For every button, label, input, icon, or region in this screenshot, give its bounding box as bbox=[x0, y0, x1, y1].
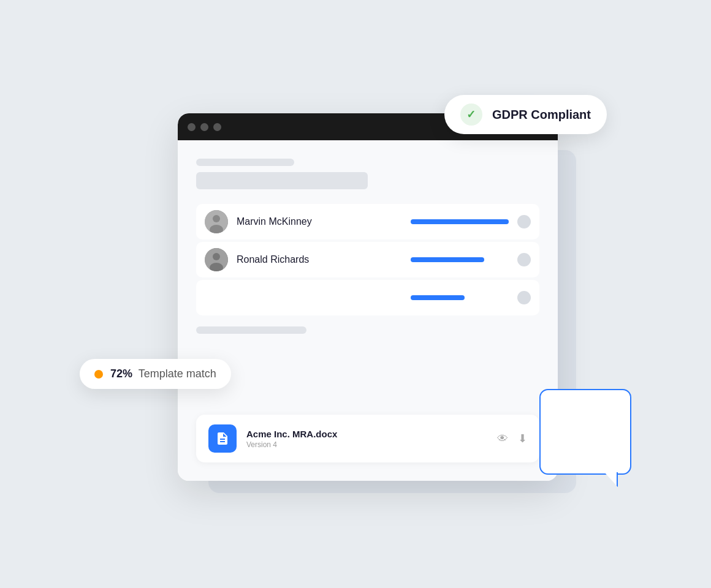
window-dot-2 bbox=[200, 123, 208, 131]
window-dot-1 bbox=[188, 123, 196, 131]
file-info: Acme Inc. MRA.docx Version 4 bbox=[246, 429, 487, 449]
progress-bar-marvin bbox=[411, 219, 509, 224]
bar-only-row bbox=[196, 280, 539, 315]
template-match-text: 72% Template match bbox=[110, 368, 216, 380]
gdpr-check-icon: ✓ bbox=[460, 104, 482, 126]
person-row-marvin: Marvin McKinney bbox=[196, 204, 539, 239]
browser-content: Marvin McKinney Ronald bbox=[178, 140, 558, 481]
skeleton-title-bar bbox=[196, 159, 294, 166]
file-icon bbox=[208, 424, 237, 453]
people-list: Marvin McKinney Ronald bbox=[196, 204, 539, 318]
svg-point-1 bbox=[213, 215, 220, 222]
person-name-ronald: Ronald Richards bbox=[237, 254, 402, 265]
gdpr-label: GDPR Compliant bbox=[492, 108, 591, 122]
template-dot-icon bbox=[94, 370, 103, 379]
progress-bar-ronald bbox=[411, 257, 484, 262]
row-dot-third bbox=[517, 291, 531, 304]
skeleton-bottom-bar bbox=[196, 326, 306, 334]
skeleton-subtitle-bar bbox=[196, 172, 368, 189]
view-icon[interactable]: 👁 bbox=[497, 432, 508, 445]
person-name-marvin: Marvin McKinney bbox=[237, 216, 402, 227]
download-icon[interactable]: ⬇ bbox=[518, 432, 527, 445]
browser-window: Marvin McKinney Ronald bbox=[178, 113, 558, 481]
svg-point-4 bbox=[213, 253, 220, 260]
chat-bubble bbox=[539, 389, 631, 475]
progress-bar-third bbox=[411, 295, 465, 300]
row-dot-marvin bbox=[517, 215, 531, 228]
avatar-ronald bbox=[205, 248, 228, 271]
progress-third bbox=[411, 295, 509, 300]
avatar-marvin bbox=[205, 210, 228, 233]
template-match-label: Template match bbox=[139, 368, 216, 380]
file-attachment: Acme Inc. MRA.docx Version 4 👁 ⬇ bbox=[196, 415, 539, 462]
template-match-badge: 72% Template match bbox=[80, 359, 231, 389]
window-dot-3 bbox=[213, 123, 221, 131]
file-name: Acme Inc. MRA.docx bbox=[246, 429, 487, 439]
file-version: Version 4 bbox=[246, 440, 487, 449]
template-percentage: 72% bbox=[110, 368, 132, 380]
progress-ronald bbox=[411, 257, 509, 262]
person-row-ronald: Ronald Richards bbox=[196, 242, 539, 277]
progress-marvin bbox=[411, 219, 509, 224]
bar-spacer bbox=[205, 286, 228, 309]
row-dot-ronald bbox=[517, 253, 531, 266]
file-actions: 👁 ⬇ bbox=[497, 432, 527, 445]
gdpr-badge: ✓ GDPR Compliant bbox=[444, 95, 607, 134]
